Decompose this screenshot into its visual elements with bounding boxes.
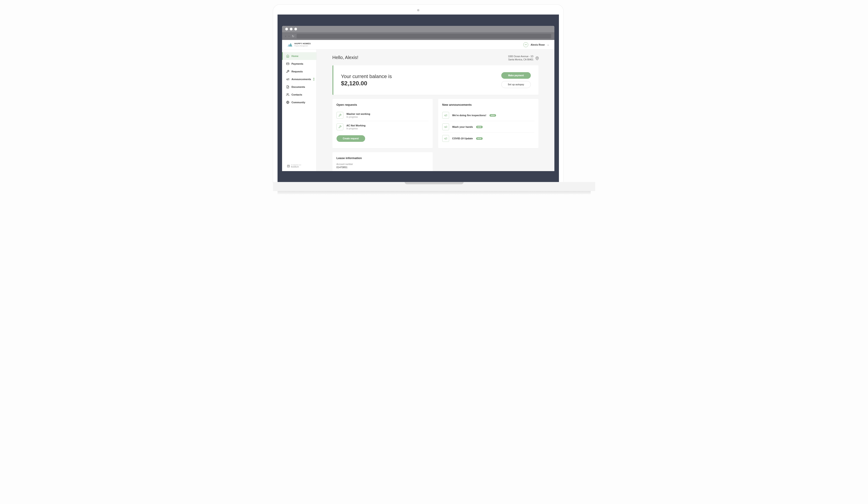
request-row[interactable]: Washer not working In progress <box>337 110 429 121</box>
svg-point-7 <box>537 58 538 59</box>
browser-window: ‹ › ↻ HAPPY <box>282 26 555 171</box>
megaphone-icon <box>286 78 289 81</box>
new-badge: NEW <box>489 114 496 117</box>
svg-point-4 <box>287 93 288 95</box>
browser-reload-icon[interactable]: ↻ <box>292 34 294 38</box>
wrench-icon <box>337 123 343 130</box>
announcement-title: COVID-19 Update <box>452 137 473 140</box>
sidebar-item-label: Home <box>292 55 299 58</box>
lease-account-value: 01470851 <box>337 166 429 168</box>
logo-title: HAPPY HOMES <box>294 43 311 45</box>
address-line2: Santa Monica, CA 90401 <box>508 58 533 61</box>
sidebar-item-label: Contacts <box>292 93 302 96</box>
sidebar-item-label: Requests <box>292 70 303 73</box>
announcements-badge: 3 <box>313 78 314 81</box>
sidebar-item-documents[interactable]: Documents <box>282 83 316 91</box>
svg-rect-0 <box>286 63 289 65</box>
request-status: In progress <box>347 127 429 130</box>
home-icon <box>286 54 289 58</box>
document-icon <box>286 85 289 89</box>
cards-row: Open requests Washer not working <box>332 99 538 148</box>
announcement-row[interactable]: COVID-19 Update NEW <box>442 133 535 144</box>
logo[interactable]: HAPPY HOMES Property Management <box>288 43 311 47</box>
browser-urlbar: ‹ › ↻ <box>282 32 555 40</box>
browser-back-icon[interactable]: ‹ <box>285 34 286 38</box>
megaphone-icon <box>442 135 449 142</box>
sidebar-item-payments[interactable]: Payments <box>282 60 316 68</box>
balance-amount: $2,120.00 <box>341 80 392 87</box>
window-minimize-icon[interactable] <box>290 28 292 30</box>
announcements-card: New announcements We're doing fire inspe… <box>438 99 538 148</box>
page-head: Hello, Alexis! 1000 Ocean Avenue - 1D Sa… <box>332 55 538 61</box>
powered-by: b POWERED BY Buildium <box>282 161 316 171</box>
laptop-notch <box>405 182 464 184</box>
main-content: Hello, Alexis! 1000 Ocean Avenue - 1D Sa… <box>317 50 555 171</box>
greeting: Hello, Alexis! <box>332 55 359 60</box>
avatar: AR <box>523 42 528 47</box>
window-close-icon[interactable] <box>285 28 288 30</box>
device-screen: ‹ › ↻ HAPPY <box>278 14 559 183</box>
request-row[interactable]: AC Not Working In progress <box>337 121 429 133</box>
megaphone-icon <box>442 112 449 119</box>
sidebar-item-label: Announcements <box>292 78 311 81</box>
powered-by-name: Buildium <box>291 166 302 168</box>
card-icon <box>286 62 289 65</box>
sidebar: Home Payments <box>282 50 317 171</box>
app-header: HAPPY HOMES Property Management AR Alexi… <box>282 40 555 50</box>
balance-label: Your current balance is <box>341 73 392 80</box>
setup-autopay-button[interactable]: Set up autopay <box>501 81 531 88</box>
logo-subtitle: Property Management <box>294 45 311 47</box>
browser-titlebar <box>282 26 555 32</box>
buildium-icon: b <box>287 165 290 167</box>
make-payment-button[interactable]: Make payment <box>501 72 531 79</box>
logo-icon <box>288 43 292 47</box>
sidebar-item-requests[interactable]: Requests <box>282 68 316 75</box>
app-body: Home Payments <box>282 50 555 171</box>
megaphone-icon <box>442 123 449 130</box>
sidebar-item-label: Payments <box>292 62 303 65</box>
request-title: AC Not Working <box>347 124 429 127</box>
announcement-title: Wash your hands <box>452 125 473 128</box>
announcement-row[interactable]: We're doing fire inspections! NEW <box>442 110 535 121</box>
address-line1: 1000 Ocean Avenue - 1D <box>508 55 533 58</box>
wrench-icon <box>337 112 343 119</box>
camera-dot <box>417 9 420 11</box>
new-badge: NEW <box>476 126 483 128</box>
card-title: New announcements <box>442 103 535 106</box>
announcement-title: We're doing fire inspections! <box>452 114 486 117</box>
globe-icon <box>286 101 289 104</box>
open-requests-card: Open requests Washer not working <box>332 99 433 148</box>
sidebar-nav: Home Payments <box>282 50 316 109</box>
browser-url-field[interactable] <box>297 34 551 38</box>
address[interactable]: 1000 Ocean Avenue - 1D Santa Monica, CA … <box>508 55 538 61</box>
card-title: Lease information <box>337 156 429 160</box>
laptop-frame: ‹ › ↻ HAPPY <box>273 4 564 183</box>
sidebar-item-contacts[interactable]: Contacts <box>282 91 316 99</box>
lease-account-label: Account number <box>337 163 429 165</box>
sidebar-item-label: Documents <box>292 85 305 88</box>
wrench-icon <box>286 70 289 73</box>
request-status: In progress <box>347 116 429 118</box>
balance-card: Your current balance is $2,120.00 Make p… <box>332 65 538 95</box>
app-window: HAPPY HOMES Property Management AR Alexi… <box>282 40 555 171</box>
new-badge: NEW <box>476 137 483 140</box>
lease-card: Lease information Account number 0147085… <box>332 152 433 171</box>
sidebar-item-announcements[interactable]: Announcements 3 <box>282 75 316 83</box>
users-icon <box>286 93 289 96</box>
create-request-button[interactable]: Create request <box>337 135 365 142</box>
chevron-down-icon: ⌄ <box>547 43 549 46</box>
location-pin-icon <box>535 56 538 60</box>
window-maximize-icon[interactable] <box>294 28 297 30</box>
announcement-row[interactable]: Wash your hands NEW <box>442 121 535 133</box>
laptop-base <box>273 183 595 194</box>
card-title: Open requests <box>337 103 429 106</box>
sidebar-item-home[interactable]: Home <box>282 52 316 60</box>
sidebar-item-label: Community <box>292 101 306 104</box>
request-title: Washer not working <box>347 113 429 115</box>
user-name: Alexis Rose <box>530 43 545 46</box>
user-menu[interactable]: AR Alexis Rose ⌄ <box>523 42 549 47</box>
sidebar-item-community[interactable]: Community <box>282 99 316 106</box>
browser-forward-icon[interactable]: › <box>288 34 290 38</box>
